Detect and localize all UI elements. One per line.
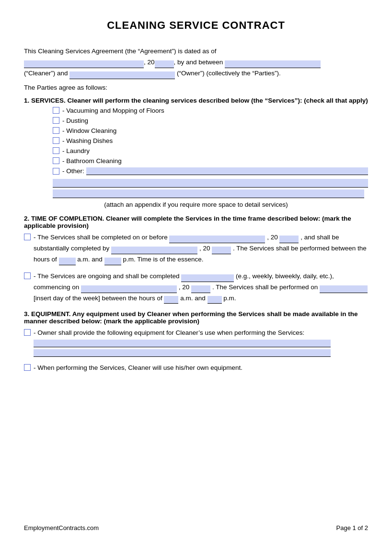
checkbox-washing-dishes[interactable] (53, 137, 59, 144)
page-title: CLEANING SERVICE CONTRACT (24, 19, 368, 32)
provision-2-1: - The Services shall be completed on or … (24, 232, 368, 265)
agree-text: The Parties agree as follows: (24, 84, 368, 91)
day-of-week-field[interactable] (320, 285, 368, 293)
owner-name-field[interactable] (69, 71, 175, 79)
section-1: 1. SERVICES. Cleaner will perform the cl… (24, 97, 368, 208)
list-item: - Window Cleaning (53, 127, 368, 134)
list-item: - Laundry (53, 147, 368, 154)
other-input-field[interactable] (86, 167, 368, 175)
substantially-completed-field[interactable] (111, 247, 197, 254)
equipment-list-field[interactable] (34, 340, 331, 347)
year-field[interactable] (155, 60, 174, 68)
completion-year-field[interactable] (279, 236, 299, 243)
checkbox-window-cleaning[interactable] (53, 127, 59, 134)
list-item: - Vacuuming and Mopping of Floors (53, 107, 368, 114)
footer: EmploymentContracts.com Page 1 of 2 (24, 524, 368, 531)
provision-2-2: - The Services are ongoing and shall be … (24, 271, 368, 304)
cleaner-name-field[interactable] (225, 60, 321, 68)
extra-line-1[interactable] (53, 179, 368, 188)
commencing-year-field[interactable] (191, 285, 210, 293)
section-3: 3. EQUIPMENT. Any equipment used by Clea… (24, 310, 368, 374)
checkbox-provision-2-1[interactable] (24, 234, 31, 240)
completion-date-field[interactable] (169, 236, 265, 243)
provision-3-1-text: - Owner shall provide the following equi… (34, 328, 368, 357)
service-label-washing-dishes: - Washing Dishes (62, 137, 113, 144)
service-label-dusting: - Dusting (62, 117, 88, 124)
service-label-laundry: - Laundry (62, 147, 90, 154)
equipment-list-field-2[interactable] (34, 349, 331, 357)
footer-right: Page 1 of 2 (336, 524, 369, 531)
appendix-note: (attach an appendix if you require more … (24, 201, 368, 208)
services-list: - Vacuuming and Mopping of Floors - Dust… (53, 107, 368, 175)
intro-paragraph: This Cleaning Services Agreement (the “A… (24, 46, 368, 79)
provision-3-2-text: - When performing the Services, Cleaner … (34, 363, 368, 374)
section-3-text: . Any equipment used by Cleaner when per… (24, 310, 357, 325)
checkbox-provision-3-2[interactable] (24, 364, 31, 371)
list-item: - Bathroom Cleaning (53, 157, 368, 165)
provision-2-1-text: - The Services shall be completed on or … (34, 232, 368, 265)
list-item: - Washing Dishes (53, 137, 368, 144)
checkbox-laundry[interactable] (53, 147, 59, 154)
frequency-field[interactable] (181, 274, 234, 282)
checkbox-vacuuming[interactable] (53, 107, 59, 114)
footer-left: EmploymentContracts.com (24, 524, 99, 531)
substantially-year-field[interactable] (212, 247, 231, 254)
section-1-text: . Cleaner will perform the cleaning serv… (64, 97, 368, 104)
list-item: - Dusting (53, 117, 368, 124)
section-3-title: 3. EQUIPMENT (24, 310, 69, 318)
section-2-title: 2. TIME OF COMPLETION. (24, 215, 104, 222)
extra-lines-area (53, 179, 368, 198)
provision-3-1: - Owner shall provide the following equi… (24, 328, 368, 357)
checkbox-other[interactable] (53, 168, 59, 175)
service-label-other: - Other: (62, 167, 84, 175)
hours-to-field[interactable] (104, 258, 121, 265)
ongoing-hours-to-field[interactable] (208, 296, 222, 304)
section-2-header: 2. TIME OF COMPLETION. Cleaner will comp… (24, 215, 368, 229)
service-label-window-cleaning: - Window Cleaning (62, 127, 116, 134)
ongoing-hours-from-field[interactable] (164, 296, 178, 304)
section-3-header: 3. EQUIPMENT. Any equipment used by Clea… (24, 310, 368, 325)
checkbox-provision-2-2[interactable] (24, 272, 31, 279)
checkbox-provision-3-1[interactable] (24, 329, 31, 336)
list-item-other: - Other: (53, 167, 368, 175)
section-1-header: 1. SERVICES. Cleaner will perform the cl… (24, 97, 368, 104)
section-1-title: 1. SERVICES (24, 97, 64, 104)
checkbox-bathroom-cleaning[interactable] (53, 157, 59, 164)
commencing-date-field[interactable] (81, 285, 177, 293)
extra-line-2[interactable] (53, 189, 364, 198)
service-label-vacuuming: - Vacuuming and Mopping of Floors (62, 107, 164, 114)
provision-3-2: - When performing the Services, Cleaner … (24, 363, 368, 374)
hours-from-field[interactable] (59, 258, 76, 265)
provision-2-2-text: - The Services are ongoing and shall be … (34, 271, 368, 304)
date-field[interactable] (24, 60, 144, 68)
section-2: 2. TIME OF COMPLETION. Cleaner will comp… (24, 215, 368, 304)
by-between: , by and between (174, 59, 223, 66)
intro-line1: This Cleaning Services Agreement (the “A… (24, 47, 216, 55)
cleaner-label: (“Cleaner”) and (24, 70, 68, 77)
service-label-bathroom-cleaning: - Bathroom Cleaning (62, 157, 122, 165)
comma-20: , 20 (144, 59, 155, 66)
owner-label: (“Owner”) (collectively the “Parties”). (177, 70, 281, 77)
checkbox-dusting[interactable] (53, 117, 59, 124)
